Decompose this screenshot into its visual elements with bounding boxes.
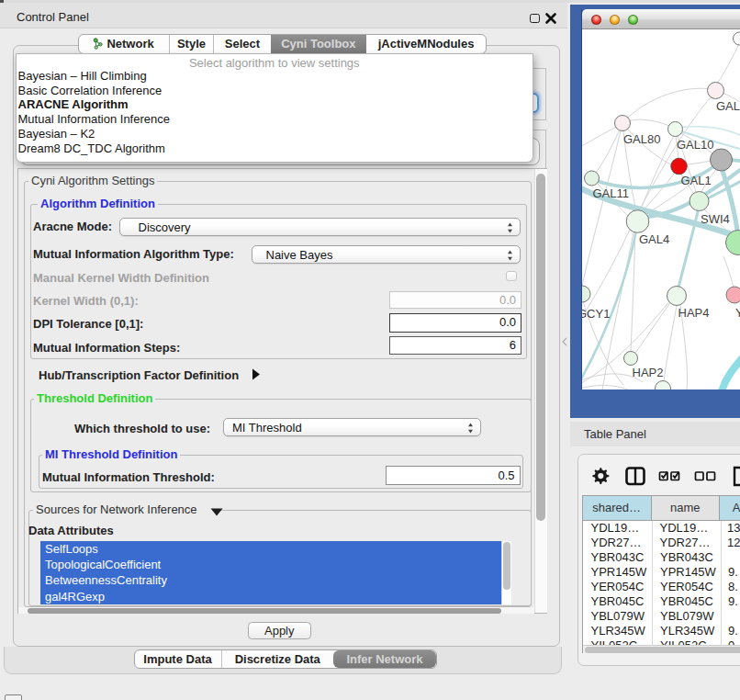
svg-text:GAL4: GAL4: [639, 232, 669, 246]
svg-text:GAL: GAL: [716, 99, 740, 113]
svg-text:GAL11: GAL11: [592, 186, 629, 200]
svg-text:GAL1: GAL1: [680, 174, 711, 187]
svg-text:GCY1: GCY1: [582, 307, 610, 321]
svg-text:HAP2: HAP2: [632, 366, 663, 379]
svg-text:SWI4: SWI4: [701, 212, 730, 226]
svg-text:Y: Y: [735, 306, 740, 320]
svg-text:GAL80: GAL80: [623, 132, 660, 146]
svg-text:HAP4: HAP4: [678, 306, 709, 320]
svg-text:GAL10: GAL10: [677, 138, 713, 152]
